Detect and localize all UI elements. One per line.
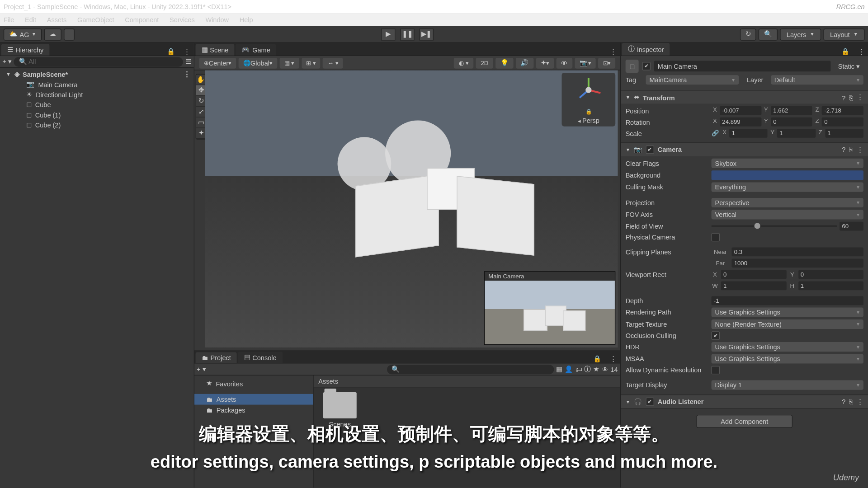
global-search-button[interactable]: 🔍 [759, 28, 778, 40]
help-icon[interactable]: ? [842, 146, 845, 153]
snap-increment-button[interactable]: ⊞ ▾ [302, 57, 321, 68]
preset-icon[interactable]: ⎘ [849, 398, 853, 405]
tab-game[interactable]: 🎮 Game [236, 44, 276, 56]
lock-icon[interactable]: 🔒 [590, 355, 605, 363]
position-x-field[interactable]: -0.007 [720, 106, 761, 115]
gameobject-name-field[interactable]: Main Camera [654, 61, 831, 72]
fov-slider[interactable] [712, 225, 837, 227]
hand-tool[interactable]: ✋ [196, 75, 206, 85]
far-clip-field[interactable]: 1000 [731, 258, 863, 267]
pause-button[interactable]: ❚❚ [400, 28, 415, 40]
hidden-icon[interactable]: 👁 [602, 366, 609, 373]
play-button[interactable]: ▶ [381, 28, 396, 40]
tag-dropdown[interactable]: MainCamera [646, 75, 738, 84]
rotation-z-field[interactable]: 0 [822, 117, 863, 127]
menu-file[interactable]: File [4, 16, 14, 23]
viewport-y-field[interactable]: 0 [798, 270, 863, 279]
preset-icon[interactable]: ⎘ [849, 94, 853, 101]
menu-services[interactable]: Services [170, 16, 195, 23]
viewport-w-field[interactable]: 1 [721, 282, 786, 291]
fov-axis-dropdown[interactable]: Vertical [712, 210, 863, 219]
tab-console[interactable]: ▤ Console [238, 352, 283, 363]
clear-flags-dropdown[interactable]: Skybox [712, 159, 863, 168]
depth-field[interactable]: -1 [712, 296, 863, 305]
hierarchy-item-cube-1[interactable]: ◻Cube (1) [0, 110, 194, 120]
layer-dropdown[interactable]: Default [771, 75, 863, 84]
hierarchy-item-cube-2[interactable]: ◻Cube (2) [0, 120, 194, 130]
star-icon[interactable]: ★ [593, 366, 599, 373]
lighting-toggle[interactable]: 💡 [495, 57, 514, 68]
audio-toggle[interactable]: 🔊 [516, 57, 534, 68]
breadcrumb[interactable]: Assets [314, 375, 620, 387]
menu-window[interactable]: Window [205, 16, 229, 23]
link-icon[interactable]: 🔗 [712, 130, 719, 137]
menu-icon[interactable]: ⋮ [184, 70, 190, 78]
menu-icon[interactable]: ⋮ [857, 398, 863, 405]
camera-settings-button[interactable]: 📷▾ [575, 57, 596, 68]
persp-label[interactable]: ◂ Persp [578, 117, 599, 124]
move-tool[interactable]: ✥ [196, 85, 206, 96]
menu-icon[interactable]: ⋮ [857, 145, 863, 153]
menu-gameobject[interactable]: GameObject [77, 16, 114, 23]
viewport-h-field[interactable]: 1 [798, 282, 863, 291]
chevron-down-icon[interactable]: ▼ [626, 147, 630, 152]
grid-snap-button[interactable]: ▦ ▾ [279, 57, 299, 68]
menu-icon[interactable]: ⋮ [606, 355, 620, 363]
position-y-field[interactable]: 1.662 [771, 106, 812, 115]
occlusion-culling-checkbox[interactable]: ✔ [712, 331, 720, 339]
lock-icon[interactable]: 🔒 [163, 48, 179, 56]
dynamic-resolution-checkbox[interactable] [712, 366, 720, 374]
filter-icon[interactable]: ☰ [185, 58, 191, 66]
draw-mode-button[interactable]: ◐ ▾ [454, 57, 473, 68]
projection-dropdown[interactable]: Perspective [712, 198, 863, 207]
near-clip-field[interactable]: 0.3 [731, 247, 863, 256]
menu-assets[interactable]: Assets [47, 16, 67, 23]
rotation-y-field[interactable]: 0 [771, 117, 812, 127]
target-display-dropdown[interactable]: Display 1 [712, 380, 863, 390]
tab-scene[interactable]: ▦ Scene [196, 44, 235, 56]
preset-icon[interactable]: ⎘ [849, 146, 853, 153]
filter-icon[interactable]: 🏷 [576, 366, 582, 373]
layout-dropdown[interactable]: Layout ▼ [824, 28, 865, 40]
rotation-x-field[interactable]: 24.899 [720, 117, 761, 127]
viewport-x-field[interactable]: 0 [721, 270, 786, 279]
active-checkbox[interactable]: ✔ [642, 62, 651, 70]
chevron-down-icon[interactable]: ▼ [626, 399, 630, 404]
hierarchy-item-main-camera[interactable]: 📷Main Camera [0, 79, 194, 89]
fov-field[interactable]: 60 [840, 222, 863, 231]
space-dropdown[interactable]: 🌐 Global ▾ [239, 57, 277, 68]
orientation-gizmo[interactable]: 🔒 ◂ Persp [561, 73, 615, 127]
tab-inspector[interactable]: ⓘ Inspector [622, 43, 670, 56]
help-icon[interactable]: ? [842, 94, 845, 101]
rotate-tool[interactable]: ↻ [196, 96, 206, 107]
menu-icon[interactable]: ⋮ [857, 94, 863, 101]
lock-icon[interactable]: 🔒 [838, 48, 853, 56]
menu-component[interactable]: Component [125, 16, 159, 23]
physical-camera-checkbox[interactable] [712, 233, 720, 241]
position-z-field[interactable]: -2.718 [822, 106, 863, 115]
create-dropdown[interactable]: + ▾ [2, 58, 11, 66]
menu-help[interactable]: Help [240, 16, 253, 23]
version-control-button[interactable] [64, 28, 75, 40]
rect-tool[interactable]: ▭ [196, 117, 206, 128]
lock-icon[interactable]: 🔒 [585, 108, 592, 114]
assets-folder[interactable]: 🖿Assets [194, 394, 313, 405]
scale-tool[interactable]: ⤢ [196, 107, 206, 117]
hierarchy-search[interactable]: 🔍 All [14, 57, 183, 66]
audio-enabled-checkbox[interactable]: ✔ [646, 398, 654, 406]
menu-edit[interactable]: Edit [25, 16, 36, 23]
tab-hierarchy[interactable]: ☰ Hierarchy [1, 44, 50, 56]
fx-toggle[interactable]: ✦▾ [536, 57, 554, 68]
filter-icon[interactable]: ⓘ [584, 365, 591, 374]
scene-view[interactable]: ⊕ Center ▾ 🌐 Global ▾ ▦ ▾ ⊞ ▾ ↔ ▾ ◐ ▾ 2D… [194, 56, 620, 351]
hdr-dropdown[interactable]: Use Graphics Settings [712, 342, 863, 352]
tab-project[interactable]: 🖿 Project [196, 352, 237, 363]
2d-toggle[interactable]: 2D [476, 57, 493, 68]
chevron-down-icon[interactable]: ▼ [626, 95, 630, 100]
scale-x-field[interactable]: 1 [729, 129, 768, 138]
visibility-toggle[interactable]: 👁 [557, 57, 573, 68]
menu-icon[interactable]: ⋮ [180, 48, 193, 56]
camera-enabled-checkbox[interactable]: ✔ [646, 145, 654, 154]
filter-icon[interactable]: ▦ [556, 366, 562, 373]
project-search[interactable]: 🔍 [387, 365, 554, 374]
